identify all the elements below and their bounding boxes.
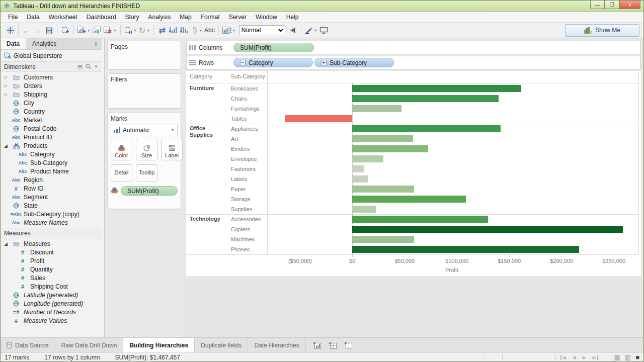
expand-hierarchy-icon[interactable]: + [321,60,327,65]
dimension-field-country[interactable]: Country [1,107,102,116]
presentation-mode-button[interactable] [318,24,330,36]
subcategory-label-storage[interactable]: Storage [231,194,251,204]
subcategory-label-accessories[interactable]: Accessories [231,214,261,224]
sort-descending-button[interactable] [179,24,190,36]
dimension-field-postal-code[interactable]: Postal Code [1,124,102,133]
bar-labels[interactable] [352,175,368,183]
new-dashboard-icon[interactable] [329,341,337,349]
fix-axes-button[interactable] [287,24,298,36]
previous-sheet-button[interactable]: ◀ [572,355,577,360]
rows-shelf[interactable]: Rows −Category+Sub-Category [186,56,640,69]
undo-button[interactable]: ← [21,24,32,36]
dimension-field-state[interactable]: State [1,201,102,210]
subcategory-label-chairs[interactable]: Chairs [231,94,247,104]
bar-machines[interactable] [352,236,414,243]
bar-appliances[interactable] [352,125,500,132]
bar-binders[interactable] [352,145,428,152]
detail-button[interactable]: Detail [111,164,132,182]
bar-bookcases[interactable] [352,85,521,92]
sheet-tab-date-hierarchies[interactable]: Date Hierarchies [248,338,305,352]
swap-axes-button[interactable]: ⇄ [156,24,168,36]
fit-mode-select[interactable]: Normal [239,25,285,35]
new-worksheet-button[interactable]: ▼ [76,24,92,36]
dimension-field-row-id[interactable]: #Row ID [1,184,102,193]
dimension-field-market[interactable]: AbcMarket [1,116,102,124]
label-button[interactable]: Abc123Label [161,139,183,160]
subcategory-label-bookcases[interactable]: Bookcases [231,83,258,94]
expander-icon[interactable]: ▷ [3,75,9,79]
bar-paper[interactable] [352,186,414,193]
category-label-technology[interactable]: Technology [190,216,228,222]
minimize-button[interactable]: — [590,1,605,9]
search-icon[interactable] [86,64,91,69]
columns-pill-sum-profit[interactable]: SUM(Profit) [233,43,314,52]
dimension-field-customers[interactable]: ▷Customers [1,73,102,81]
subcategory-label-binders[interactable]: Binders [231,144,250,154]
bar-tables[interactable] [285,115,352,122]
measure-field-longitude-generated[interactable]: Longitude (generated) [1,299,102,308]
filmstrip-view-icon[interactable]: ▥ [625,354,631,360]
measure-field-number-of-records[interactable]: =#Number of Records [1,308,102,316]
mark-type-dropdown[interactable]: Automatic ▼ [111,125,178,135]
filters-card[interactable]: Filters [107,73,181,109]
subcategory-label-paper[interactable]: Paper [231,184,246,194]
sheet-sorter-icon[interactable]: ▦ [614,354,620,360]
pane-swap-icon[interactable]: ⇕ [91,38,102,49]
menu-format[interactable]: Format [196,12,224,22]
fit-axes-button[interactable]: ▼ [221,24,237,36]
measure-field-profit[interactable]: #Profit [1,256,102,265]
pane-tab-analytics[interactable]: Analytics [26,38,63,49]
expander-icon[interactable]: ▷ [3,83,9,88]
bar-accessories[interactable] [352,216,488,223]
rows-pill-category[interactable]: −Category [233,58,313,67]
menu-analysis[interactable]: Analysis [144,12,176,22]
dimension-field-measure-names[interactable]: AbcMeasure Names [1,218,102,227]
dimension-field-category[interactable]: AbcCategory [1,150,102,158]
expander-icon[interactable]: ▷ [3,92,9,97]
measure-field-measure-values[interactable]: #Measure Values [1,316,102,325]
dimension-field-shipping[interactable]: ▷Shipping [1,90,102,99]
bar-fasteners[interactable] [352,165,364,172]
subcategory-label-labels[interactable]: Labels [231,174,247,184]
sheet-tab-duplicate-fields[interactable]: Duplicate fields [195,338,248,352]
pane-menu-icon[interactable]: ▼ [94,64,98,69]
show-me-button[interactable]: Show Me [565,24,639,37]
bar-art[interactable] [352,135,413,142]
clear-sheet-button[interactable]: ▼ [103,24,118,36]
tooltip-button[interactable]: Tooltip [136,164,157,182]
close-button[interactable]: x [619,1,640,9]
subcategory-label-supplies[interactable]: Supplies [231,204,252,214]
menu-server[interactable]: Server [224,12,251,22]
menu-worksheet[interactable]: Worksheet [44,12,82,22]
menu-map[interactable]: Map [175,12,196,22]
category-label-office-supplies[interactable]: Office Supplies [190,125,228,138]
bar-envelopes[interactable] [352,155,383,162]
group-members-button[interactable]: ▼ [190,24,203,36]
measure-field-shipping-cost[interactable]: #Shipping Cost [1,282,102,291]
next-sheet-button[interactable]: ▶ [582,355,587,360]
color-button[interactable]: Color [111,139,132,160]
sheet-tab-building-hierarchies[interactable]: Building Hierarchies [123,338,195,352]
size-button[interactable]: Size [136,139,157,160]
dimension-field-city[interactable]: City [1,99,102,107]
last-sheet-button[interactable]: ▶ [592,355,598,360]
dimension-field-segment[interactable]: AbcSegment [1,193,102,201]
dimension-field-sub-category-copy[interactable]: =AbcSub-Category (copy) [1,210,102,218]
menu-file[interactable]: File [4,12,22,22]
show-mark-labels-button[interactable]: Abc [203,24,216,36]
subcategory-label-fasteners[interactable]: Fasteners [231,164,256,174]
refresh-button[interactable]: ↻▼ [138,24,151,36]
tableau-logo-button[interactable] [5,24,16,36]
menu-help[interactable]: Help [282,12,303,22]
pages-card[interactable]: Pages [107,41,181,69]
expander-icon[interactable]: ◢ [3,143,9,148]
rows-pill-sub-category[interactable]: +Sub-Category [314,58,394,67]
new-worksheet-icon[interactable] [313,341,321,349]
highlight-button[interactable]: ▼ [304,24,318,36]
datasource-item[interactable]: Global Superstore [1,50,102,61]
dimension-field-region[interactable]: AbcRegion [1,175,102,184]
menu-data[interactable]: Data [22,12,44,22]
add-data-button[interactable] [60,24,71,36]
menu-window[interactable]: Window [251,12,282,22]
bar-storage[interactable] [352,196,466,203]
